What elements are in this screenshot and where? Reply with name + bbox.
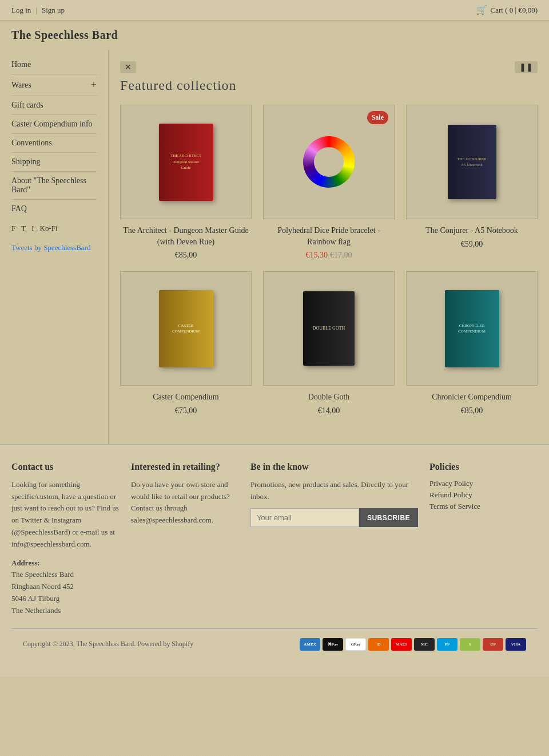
sidebar-link-wares[interactable]: Wares+	[11, 79, 97, 91]
paypal-icon: PP	[437, 638, 458, 651]
address-line: The Netherlands	[11, 605, 120, 617]
product-price: €15,30€17,00	[306, 251, 352, 260]
sidebar-item-conventions: Conventions	[11, 134, 97, 153]
sidebar-link-caster-compendium[interactable]: Caster Compendium info	[11, 120, 97, 129]
product-price: €14,00	[318, 406, 340, 415]
sidebar-link-about[interactable]: About "The Speechless Bard"	[11, 176, 97, 195]
sidebar-plus-wares[interactable]: +	[91, 79, 97, 91]
divider: |	[35, 6, 37, 15]
product-title: The Conjurer - A5 Notebook	[425, 225, 518, 236]
product-card-chronicler[interactable]: CHRONICLERCOMPENDIUM Chronicler Compendi…	[406, 271, 538, 415]
product-image-dice-bracelet: Sale	[263, 105, 395, 219]
product-title: Chronicler Compendium	[432, 391, 512, 403]
footer-policies: Policies Privacy PolicyRefund PolicyTerm…	[429, 462, 538, 617]
sidebar-item-home: Home	[11, 56, 97, 74]
product-card-architect[interactable]: THE ARCHITECTDungeon MasterGuide The Arc…	[120, 105, 252, 260]
shopify-pay-icon: S	[460, 638, 480, 651]
top-bar: Log in | Sign up 🛒 Cart ( 0 | €0,00)	[0, 0, 549, 21]
product-title: The Architect - Dungeon Master Guide (wi…	[120, 225, 252, 247]
sidebar-social: F T I Ko-Fi	[11, 218, 97, 239]
slideshow-controls: ✕ ❚❚	[120, 61, 538, 73]
footer: Contact us Looking for something specifi…	[0, 444, 549, 677]
ideal-icon: iD	[368, 638, 389, 651]
product-card-conjurer[interactable]: THE CONJURERA5 Notebook The Conjurer - A…	[406, 105, 538, 260]
mastercard-icon: MC	[414, 638, 435, 651]
product-image-architect: THE ARCHITECTDungeon MasterGuide	[120, 105, 252, 219]
site-title-link[interactable]: The Speechless Bard	[11, 29, 118, 41]
main-content: ✕ ❚❚ Featured collection THE ARCHITECTDu…	[109, 50, 549, 444]
tweets-by: Tweets by SpeechlessBard	[11, 239, 97, 257]
newsletter-heading: Be in the know	[250, 462, 418, 472]
copyright: Copyright © 2023, The Speechless Bard. P…	[23, 640, 193, 648]
union-pay-icon: UP	[483, 638, 503, 651]
signup-link[interactable]: Sign up	[42, 6, 65, 15]
product-title: Double Goth	[308, 391, 350, 403]
address-line: The Speechless Bard	[11, 569, 120, 581]
footer-contact: Contact us Looking for something specifi…	[11, 462, 120, 617]
payment-icons: AMEX ⌘Pay GPay iD MAES MC PP S UP VISA	[300, 638, 526, 651]
sidebar-link-home[interactable]: Home	[11, 60, 97, 69]
slideshow-prev[interactable]: ✕	[120, 61, 136, 73]
address-line: Ringbaan Noord 452	[11, 581, 120, 593]
footer-newsletter: Be in the know Promotions, new products …	[250, 462, 418, 617]
product-price: €85,00	[175, 251, 197, 260]
product-title: Caster Compendium	[153, 391, 219, 403]
sidebar-link-shipping[interactable]: Shipping	[11, 157, 97, 167]
subscribe-button[interactable]: SUBSCRIBE	[359, 508, 418, 527]
address-label: Address:	[11, 557, 120, 569]
retailing-heading: Interested in retailing?	[131, 462, 239, 472]
sale-badge: Sale	[367, 111, 388, 124]
sidebar-item-faq: FAQ	[11, 200, 97, 218]
contact-heading: Contact us	[11, 462, 120, 472]
featured-heading: Featured collection	[120, 78, 538, 93]
sidebar-link-gift-cards[interactable]: Gift cards	[11, 101, 97, 110]
site-title: The Speechless Bard	[0, 21, 549, 50]
policy-link[interactable]: Privacy Policy	[429, 479, 538, 488]
retailing-body: Do you have your own store and would lik…	[131, 479, 239, 527]
twitter-link[interactable]: T	[21, 224, 26, 233]
product-image-caster-compendium: CASTERCOMPENDIUM	[120, 271, 252, 386]
product-image-chronicler: CHRONICLERCOMPENDIUM	[406, 271, 538, 386]
policy-link[interactable]: Terms of Service	[429, 502, 538, 511]
product-price: €59,00	[461, 240, 483, 249]
product-image-conjurer: THE CONJURERA5 Notebook	[406, 105, 538, 219]
footer-retailing: Interested in retailing? Do you have you…	[131, 462, 239, 617]
cart-icon: 🛒	[476, 5, 487, 15]
address-line: 5046 AJ Tilburg	[11, 593, 120, 605]
product-price: €85,00	[461, 406, 483, 415]
cart-link[interactable]: Cart ( 0 | €0,00)	[491, 6, 538, 15]
footer-bottom: Copyright © 2023, The Speechless Bard. P…	[11, 628, 538, 660]
product-card-caster-compendium[interactable]: CASTERCOMPENDIUM Caster Compendium€75,00	[120, 271, 252, 415]
facebook-link[interactable]: F	[11, 224, 15, 233]
policy-link[interactable]: Refund Policy	[429, 490, 538, 500]
login-link[interactable]: Log in	[11, 6, 31, 15]
sidebar-item-about: About "The Speechless Bard"	[11, 172, 97, 200]
google-pay-icon: GPay	[345, 638, 366, 651]
maestro-icon: MAES	[391, 638, 412, 651]
sidebar-item-gift-cards: Gift cards	[11, 96, 97, 115]
sidebar-nav: HomeWares+Gift cardsCaster Compendium in…	[11, 56, 97, 218]
original-price: €17,00	[330, 251, 352, 259]
sidebar-item-shipping: Shipping	[11, 153, 97, 172]
apple-pay-icon: ⌘Pay	[323, 638, 343, 651]
sidebar-link-faq[interactable]: FAQ	[11, 204, 97, 213]
sidebar-link-conventions[interactable]: Conventions	[11, 138, 97, 148]
email-input[interactable]	[250, 508, 359, 527]
slideshow-pause[interactable]: ❚❚	[515, 61, 538, 73]
amex-icon: AMEX	[300, 638, 320, 651]
products-grid: THE ARCHITECTDungeon MasterGuide The Arc…	[120, 105, 538, 415]
visa-icon: VISA	[506, 638, 526, 651]
contact-body: Looking for something specific/custom, h…	[11, 479, 120, 551]
sale-price: €15,30	[306, 251, 328, 259]
sidebar: HomeWares+Gift cardsCaster Compendium in…	[0, 50, 109, 444]
sidebar-item-caster-compendium: Caster Compendium info	[11, 115, 97, 134]
product-title: Polyhedral Dice Pride bracelet - Rainbow…	[263, 225, 395, 247]
newsletter-body: Promotions, new products and sales. Dire…	[250, 479, 418, 503]
product-card-dice-bracelet[interactable]: SalePolyhedral Dice Pride bracelet - Rai…	[263, 105, 395, 260]
instagram-link[interactable]: I	[31, 224, 34, 233]
kofi-link[interactable]: Ko-Fi	[40, 224, 58, 233]
tweets-by-link[interactable]: Tweets by SpeechlessBard	[11, 243, 90, 252]
policies-heading: Policies	[429, 462, 538, 472]
product-image-double-goth: DOUBLE GOTH	[263, 271, 395, 386]
product-card-double-goth[interactable]: DOUBLE GOTH Double Goth€14,00	[263, 271, 395, 415]
